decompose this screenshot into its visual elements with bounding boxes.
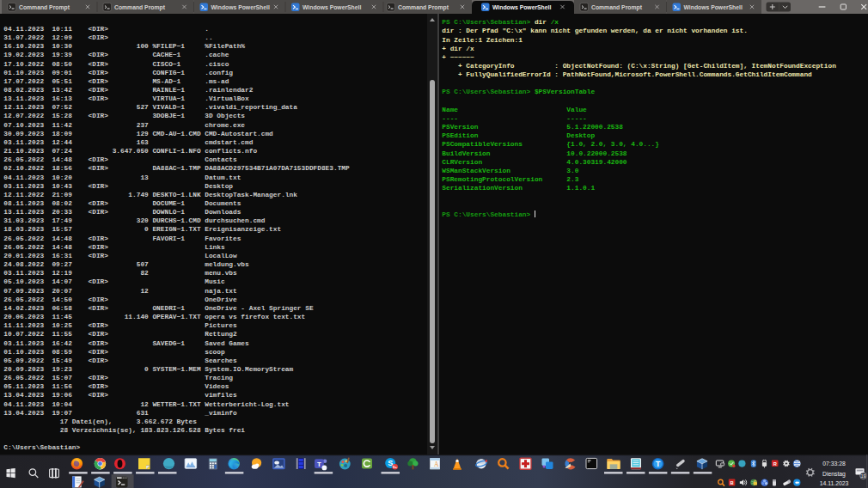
svg-text:R: R (773, 461, 777, 467)
svg-text:19: 19 (861, 474, 866, 479)
svg-text:Windows PowerShell: Windows PowerShell (684, 4, 743, 10)
svg-text:14.11.2023: 14.11.2023 (820, 480, 849, 486)
svg-text:Windows PowerShell: Windows PowerShell (492, 4, 551, 10)
svg-text:Command Prompt: Command Prompt (398, 4, 449, 11)
svg-text:Dienstag: Dienstag (822, 471, 846, 478)
svg-text:Command Prompt: Command Prompt (19, 4, 70, 11)
svg-text:T: T (317, 461, 321, 468)
svg-text:Command Prompt: Command Prompt (591, 4, 643, 11)
svg-text:A: A (434, 461, 439, 468)
svg-text:T: T (656, 460, 661, 468)
svg-text:9+: 9+ (393, 465, 397, 469)
svg-text:B: B (730, 480, 734, 485)
svg-text:Windows PowerShell: Windows PowerShell (211, 4, 270, 10)
svg-text:Windows PowerShell: Windows PowerShell (303, 4, 361, 10)
svg-text:07:33:28: 07:33:28 (822, 461, 846, 467)
svg-text:Command Prompt: Command Prompt (114, 4, 166, 11)
